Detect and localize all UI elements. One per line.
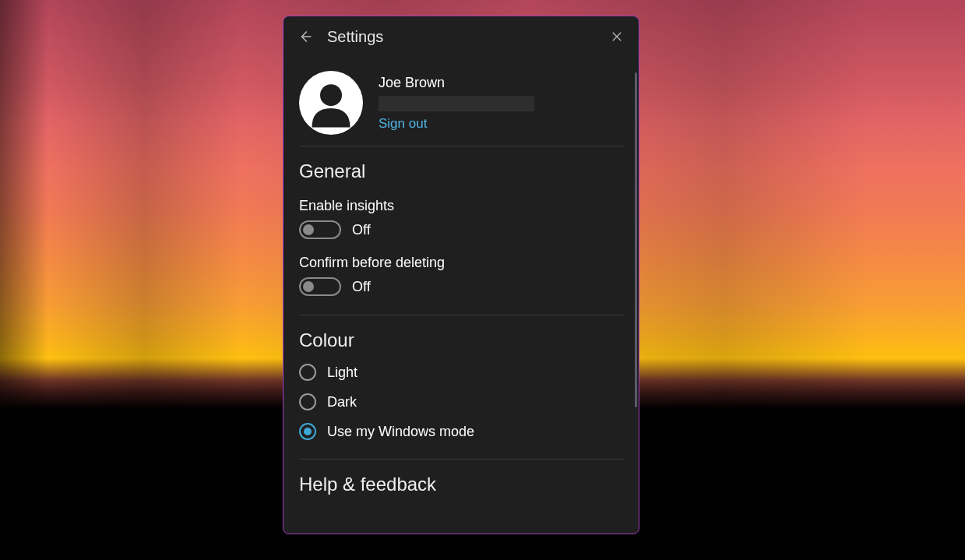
scrollbar[interactable] [635, 72, 637, 407]
radio-icon [299, 393, 316, 410]
account-email-redacted [379, 96, 534, 111]
sign-out-link[interactable]: Sign out [379, 116, 534, 132]
account-section: Joe Brown Sign out [299, 57, 623, 146]
radio-icon [299, 423, 316, 440]
account-info: Joe Brown Sign out [379, 75, 534, 132]
confirm-delete-toggle[interactable] [299, 277, 341, 296]
enable-insights-label: Enable insights [299, 188, 623, 220]
enable-insights-state: Off [352, 222, 371, 238]
close-icon [610, 30, 624, 44]
colour-option-windows[interactable]: Use my Windows mode [299, 417, 623, 446]
colour-header: Colour [299, 315, 623, 357]
colour-option-label: Use my Windows mode [327, 424, 474, 440]
settings-scroll-area: Joe Brown Sign out General Enable insigh… [284, 57, 639, 534]
titlebar: Settings [284, 16, 639, 57]
confirm-delete-row: Off [299, 277, 623, 302]
help-header: Help & feedback [299, 460, 623, 502]
window-title: Settings [327, 28, 595, 46]
colour-option-label: Light [327, 365, 357, 381]
confirm-delete-state: Off [352, 279, 371, 295]
confirm-delete-label: Confirm before deleting [299, 245, 623, 277]
colour-option-light[interactable]: Light [299, 357, 623, 387]
settings-window: Settings Joe Brown Sign out General Enab… [283, 16, 639, 534]
avatar [299, 71, 363, 135]
account-name: Joe Brown [379, 75, 534, 91]
toggle-knob-icon [303, 281, 314, 292]
back-button[interactable] [294, 26, 316, 48]
enable-insights-row: Off [299, 220, 623, 245]
enable-insights-toggle[interactable] [299, 220, 341, 239]
radio-dot-icon [304, 428, 312, 435]
general-header: General [299, 146, 623, 188]
person-icon [304, 76, 358, 130]
svg-point-0 [320, 84, 342, 106]
colour-option-dark[interactable]: Dark [299, 387, 623, 417]
back-arrow-icon [297, 28, 314, 45]
radio-icon [299, 364, 316, 381]
toggle-knob-icon [303, 224, 314, 235]
close-button[interactable] [606, 26, 628, 48]
colour-option-label: Dark [327, 394, 357, 410]
